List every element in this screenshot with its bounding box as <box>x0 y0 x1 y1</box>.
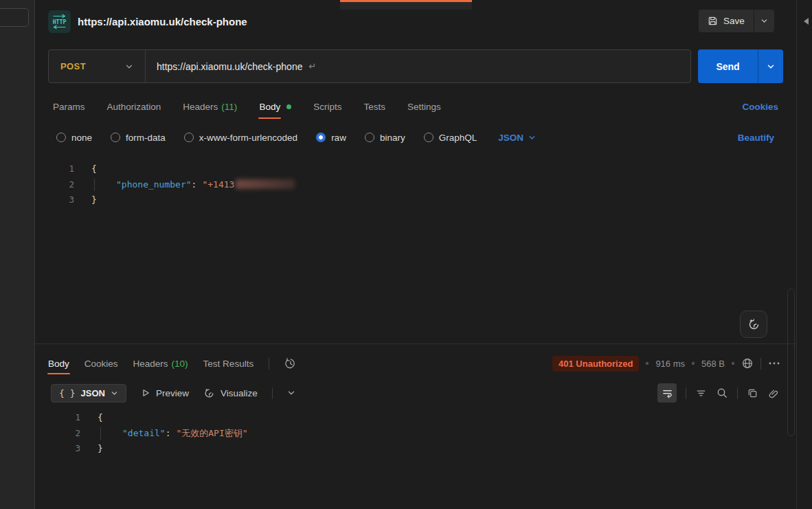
radio-form-data[interactable]: form-data <box>111 133 166 143</box>
postbot-icon <box>747 318 760 331</box>
tab-headers[interactable]: Headers(11) <box>183 102 237 112</box>
method-selector[interactable]: POST <box>49 61 145 71</box>
globe-icon[interactable] <box>741 357 754 370</box>
status-badge: 401 Unauthorized <box>552 356 639 372</box>
indent-guide <box>100 427 101 440</box>
code-line: 2 "phone_number":"+1413 <box>35 177 797 193</box>
separator <box>686 387 686 399</box>
method-label: POST <box>60 61 86 71</box>
response-time: 916 ms <box>655 359 685 369</box>
request-body-editor[interactable]: 1 { 2 "phone_number":"+1413 3 } <box>35 161 797 343</box>
code-line: 2 "detail":"无效的API密钥" <box>35 426 797 442</box>
save-split-button: Save <box>699 10 774 32</box>
search-icon[interactable] <box>716 387 728 399</box>
save-options-chevron[interactable] <box>754 10 774 32</box>
save-icon <box>708 16 718 26</box>
separator <box>272 387 273 399</box>
visualize-button[interactable]: Visualize <box>203 387 258 399</box>
tab-body[interactable]: Body <box>259 102 291 112</box>
response-tab-test-results[interactable]: Test Results <box>203 359 254 369</box>
language-selector[interactable]: JSON <box>498 133 536 143</box>
code-line: 3 } <box>35 192 797 208</box>
postbot-button[interactable] <box>740 310 767 338</box>
copy-icon[interactable] <box>747 387 758 399</box>
code-line: 1 { <box>35 410 797 426</box>
cookies-link[interactable]: Cookies <box>742 93 778 120</box>
response-size: 568 B <box>701 359 725 369</box>
meta-separator <box>732 362 734 365</box>
wrap-text-button[interactable] <box>657 383 677 403</box>
tab-params[interactable]: Params <box>53 102 85 112</box>
meta-separator <box>692 362 695 365</box>
more-actions-icon[interactable] <box>768 361 780 365</box>
response-tab-bar: Body Cookies Headers(10) Test Results <box>48 351 297 376</box>
postman-window: HTTP https://api.xiaomu.uk/check-phone S… <box>0 0 812 509</box>
active-window-tab[interactable] <box>340 2 472 10</box>
response-toolbar-icons <box>657 382 779 404</box>
response-format-selector[interactable]: { } JSON <box>51 384 126 403</box>
url-input[interactable]: https://api.xiaomu.uk/check-phone <box>146 61 302 72</box>
response-view-more-chevron[interactable] <box>287 389 295 397</box>
save-button[interactable]: Save <box>699 10 754 32</box>
radio-circle-selected <box>316 133 326 142</box>
response-tab-cookies[interactable]: Cookies <box>84 359 118 369</box>
radio-graphql[interactable]: GraphQL <box>424 133 477 143</box>
beautify-link[interactable]: Beautify <box>738 126 774 148</box>
left-sidebar <box>0 0 35 509</box>
chevron-down-icon <box>111 389 118 397</box>
chevron-down-icon <box>125 63 133 71</box>
indent-guide <box>94 179 95 192</box>
headers-count: (11) <box>221 102 237 112</box>
http-method-icon: HTTP <box>48 10 71 33</box>
sidebar-collapsed-stub <box>0 8 29 27</box>
code-line: 1 { <box>35 161 797 177</box>
separator <box>760 358 761 370</box>
response-tab-body[interactable]: Body <box>48 359 69 369</box>
braces-icon: { } <box>59 388 75 398</box>
enter-hint: ↵ <box>308 61 316 71</box>
play-icon <box>141 388 150 398</box>
meta-separator <box>646 362 649 365</box>
redacted-phone-digits <box>236 179 295 189</box>
tab-settings[interactable]: Settings <box>407 102 441 112</box>
send-button[interactable]: Send <box>698 49 758 83</box>
request-url-bar: POST https://api.xiaomu.uk/check-phone ↵ <box>48 49 691 83</box>
response-body-editor[interactable]: 1 { 2 "detail":"无效的API密钥" 3 } <box>35 410 797 509</box>
svg-text:HTTP: HTTP <box>53 19 67 25</box>
save-button-label: Save <box>723 16 745 26</box>
body-mode-row: none form-data x-www-form-urlencoded raw… <box>56 126 536 148</box>
radio-circle <box>184 133 194 142</box>
radio-x-www-form-urlencoded[interactable]: x-www-form-urlencoded <box>184 133 297 143</box>
link-icon[interactable] <box>767 387 779 399</box>
separator <box>269 358 269 370</box>
send-split-button: Send <box>698 49 783 83</box>
request-title: https://api.xiaomu.uk/check-phone <box>78 16 247 27</box>
radio-raw[interactable]: raw <box>316 133 346 143</box>
request-tab-bar: Params Authorization Headers(11) Body Sc… <box>53 93 441 120</box>
tab-scripts[interactable]: Scripts <box>313 102 341 112</box>
radio-none[interactable]: none <box>56 133 92 143</box>
request-response-divider[interactable] <box>35 343 797 344</box>
radio-binary[interactable]: binary <box>365 133 405 143</box>
body-modified-dot <box>286 104 291 109</box>
radio-circle <box>424 133 433 142</box>
collapse-caret-icon[interactable] <box>804 18 809 25</box>
active-window-tab-indicator <box>340 0 472 2</box>
preview-button[interactable]: Preview <box>141 388 189 398</box>
tab-tests[interactable]: Tests <box>363 102 385 112</box>
filter-icon[interactable] <box>695 387 707 399</box>
response-tab-headers[interactable]: Headers(10) <box>133 359 188 369</box>
radio-circle <box>111 133 120 142</box>
wrap-text-icon <box>662 387 673 399</box>
chevron-down-icon <box>528 134 536 142</box>
response-toolbar: { } JSON Preview Visualize <box>51 382 295 404</box>
tab-authorization[interactable]: Authorization <box>107 102 161 112</box>
radio-circle <box>365 133 374 142</box>
send-options-chevron[interactable] <box>758 49 783 83</box>
response-headers-count: (10) <box>172 359 188 369</box>
code-line: 3 } <box>35 441 797 457</box>
history-icon[interactable] <box>284 357 297 370</box>
radio-circle <box>56 133 66 142</box>
separator <box>737 387 738 399</box>
response-meta: 401 Unauthorized 916 ms 568 B <box>552 351 780 376</box>
